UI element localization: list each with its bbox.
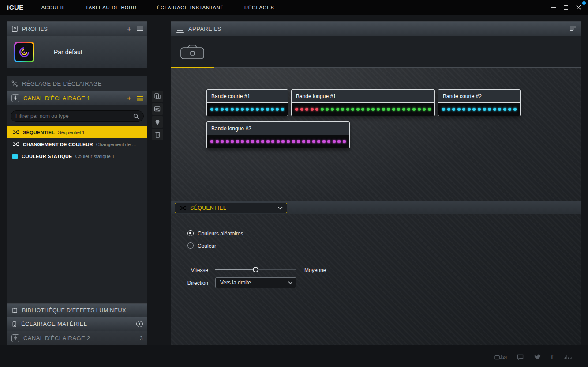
menu-item-eclairage-instantane[interactable]: ÉCLAIRAGE INSTANTANÉ bbox=[157, 5, 224, 10]
led-dot bbox=[346, 108, 349, 111]
led-dot bbox=[246, 108, 249, 111]
led-dot bbox=[382, 108, 385, 111]
search-icon bbox=[133, 114, 139, 119]
notification-dot bbox=[582, 1, 586, 5]
strip-label: Bande courte #1 bbox=[207, 90, 288, 103]
info-icon[interactable]: i bbox=[136, 321, 143, 327]
led-dot bbox=[333, 140, 336, 143]
corsair-logo-icon[interactable] bbox=[563, 354, 572, 360]
copy-icon[interactable] bbox=[152, 91, 163, 102]
effects-search[interactable] bbox=[11, 110, 144, 122]
menu-item-tableau-de-bord[interactable]: TABLEAU DE BORD bbox=[86, 5, 137, 10]
twitter-icon[interactable] bbox=[534, 354, 541, 360]
facebook-icon[interactable]: f bbox=[551, 354, 553, 361]
effect-name: Séquentiel 1 bbox=[58, 130, 85, 135]
radio-couleurs-aleatoires[interactable] bbox=[187, 230, 194, 236]
led-dot bbox=[241, 108, 244, 111]
speed-slider-handle[interactable] bbox=[253, 267, 258, 272]
led-dot bbox=[315, 108, 318, 111]
top-menu: ACCUEIL TABLEAU DE BORD ÉCLAIRAGE INSTAN… bbox=[41, 5, 274, 10]
save-preset-icon[interactable] bbox=[152, 103, 163, 115]
led-dot bbox=[513, 108, 517, 111]
shuffle-icon bbox=[179, 205, 186, 211]
social-links: 24 f bbox=[494, 354, 572, 361]
effect-settings-header: SÉQUENTIEL bbox=[171, 201, 581, 214]
book-icon bbox=[11, 307, 18, 314]
led-dot bbox=[281, 108, 284, 111]
menu-item-accueil[interactable]: ACCUEIL bbox=[41, 5, 65, 10]
lighting-channel-2-header[interactable]: CANAL D’ÉCLAIRAGE 2 3 bbox=[7, 331, 147, 345]
led-dot bbox=[361, 108, 364, 111]
device-icon bbox=[11, 321, 17, 328]
led-dot bbox=[336, 108, 339, 111]
radio-couleur[interactable] bbox=[187, 242, 194, 249]
led-dot bbox=[241, 140, 244, 143]
device-canvas: Bande courte #1 Bande longue #1 Bande co… bbox=[171, 68, 581, 345]
led-strip-card[interactable]: Bande courte #1 bbox=[206, 89, 288, 116]
led-dot bbox=[295, 108, 298, 111]
tab-lighting-node[interactable] bbox=[179, 42, 206, 63]
led-dot bbox=[271, 140, 274, 143]
speed-slider[interactable] bbox=[215, 266, 296, 273]
effect-row-changement-couleur[interactable]: CHANGEMENT DE COULEUR Changement de ... bbox=[7, 138, 147, 150]
effect-row-couleur-statique[interactable]: COULEUR STATIQUE Couleur statique 1 bbox=[7, 150, 147, 162]
chat-icon[interactable] bbox=[517, 354, 524, 360]
direction-label: Direction bbox=[171, 280, 208, 286]
hardware-lighting-header[interactable]: ÉCLAIRAGE MATÉRIEL i bbox=[7, 317, 147, 331]
selected-effect-label: SÉQUENTIEL bbox=[190, 205, 226, 211]
effects-library-header[interactable]: BIBLIOTHÈQUE D’EFFETS LUMINEUX bbox=[7, 303, 147, 317]
led-dot bbox=[225, 108, 228, 111]
lighting-channel-1-header[interactable]: CANAL D’ÉCLAIRAGE 1 + bbox=[7, 91, 147, 105]
window-controls bbox=[551, 0, 581, 15]
effect-select-dropdown[interactable]: SÉQUENTIEL bbox=[175, 203, 287, 213]
pin-icon[interactable] bbox=[152, 116, 163, 128]
channel-menu-icon[interactable] bbox=[137, 96, 143, 101]
led-dot bbox=[407, 108, 410, 111]
led-strip-card[interactable]: Bande courte #2 bbox=[438, 89, 521, 116]
effects-library-title: BIBLIOTHÈQUE D’EFFETS LUMINEUX bbox=[22, 307, 126, 314]
led-dot bbox=[276, 108, 279, 111]
led-dot bbox=[468, 108, 471, 111]
close-button[interactable] bbox=[576, 5, 581, 10]
led-dot bbox=[326, 108, 329, 111]
shuffle-icon bbox=[12, 142, 19, 147]
led-dot bbox=[236, 108, 239, 111]
led-dot bbox=[397, 108, 400, 111]
strip-leds bbox=[207, 135, 349, 148]
sort-icon[interactable] bbox=[570, 26, 577, 31]
lighting-setup-title: RÉGLAGE DE L’ÉCLAIRAGE bbox=[22, 80, 102, 87]
led-dot bbox=[215, 108, 218, 111]
led-strip-card[interactable]: Bande longue #2 bbox=[206, 121, 350, 148]
led-dot bbox=[231, 140, 234, 143]
led-dot bbox=[387, 108, 390, 111]
led-dot bbox=[327, 140, 330, 143]
color-swatch bbox=[12, 154, 18, 159]
icue-window: iCUE ACCUEIL TABLEAU DE BORD ÉCLAIRAGE I… bbox=[0, 0, 588, 367]
profiles-menu-icon[interactable] bbox=[137, 26, 143, 31]
direction-dropdown[interactable]: Vers la droite bbox=[215, 277, 296, 288]
trash-icon[interactable] bbox=[152, 129, 163, 140]
led-dot bbox=[483, 108, 486, 111]
menu-item-reglages[interactable]: RÉGLAGES bbox=[244, 5, 274, 10]
support-camera-icon[interactable]: 24 bbox=[494, 355, 507, 360]
effects-search-input[interactable] bbox=[15, 113, 133, 119]
support-24-label: 24 bbox=[502, 355, 507, 359]
devices-icon bbox=[176, 26, 184, 33]
effects-list-panel: SÉQUENTIEL Séquentiel 1 CHANGEMENT DE CO… bbox=[7, 105, 147, 303]
led-dot bbox=[356, 108, 360, 111]
led-dot bbox=[478, 108, 481, 111]
minimize-button[interactable] bbox=[551, 7, 556, 8]
app-logo: iCUE bbox=[7, 4, 24, 11]
led-dot bbox=[261, 140, 264, 143]
lighting-setup-header[interactable]: RÉGLAGE DE L’ÉCLAIRAGE bbox=[7, 76, 147, 91]
shuffle-icon bbox=[12, 130, 19, 135]
profile-item-default[interactable]: Par défaut bbox=[7, 36, 147, 68]
tools-icon bbox=[11, 80, 18, 87]
strip-leds bbox=[207, 103, 288, 116]
maximize-button[interactable] bbox=[564, 5, 568, 10]
effect-row-sequentiel[interactable]: SÉQUENTIEL Séquentiel 1 bbox=[7, 126, 147, 138]
add-effect-button[interactable]: + bbox=[127, 95, 131, 102]
led-strip-card[interactable]: Bande longue #1 bbox=[291, 89, 435, 116]
add-profile-button[interactable]: + bbox=[127, 25, 131, 33]
effect-name: Changement de ... bbox=[96, 142, 136, 147]
